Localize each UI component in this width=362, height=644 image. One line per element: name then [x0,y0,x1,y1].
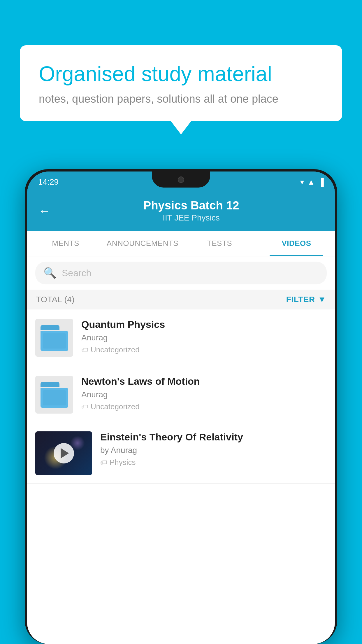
video-list: Quantum Physics Anurag 🏷 Uncategorized [27,309,335,644]
status-time: 14:29 [38,177,59,187]
video-title: Einstein's Theory Of Relativity [100,431,327,443]
tab-ments[interactable]: MENTS [27,231,104,256]
list-item[interactable]: Einstein's Theory Of Relativity by Anura… [27,423,335,484]
video-info-2: Newton's Laws of Motion Anurag 🏷 Uncateg… [81,376,327,411]
tag-label: Uncategorized [91,345,140,354]
speech-bubble: Organised study material notes, question… [20,45,342,121]
video-thumbnail-1 [35,319,73,357]
total-count: TOTAL (4) [36,295,75,304]
video-author: Anurag [81,390,327,399]
video-author: by Anurag [100,446,327,455]
video-tag: 🏷 Physics [100,458,327,467]
video-title: Newton's Laws of Motion [81,376,327,387]
tag-icon: 🏷 [81,346,88,354]
tab-videos[interactable]: VIDEOS [258,231,335,256]
speech-bubble-heading: Organised study material [39,61,323,86]
video-thumbnail-3 [35,431,92,475]
battery-icon: ▐ [319,178,324,187]
video-thumbnail-2 [35,376,73,414]
status-bar: 14:29 ▾ ▲ ▐ [27,172,335,192]
tag-icon: 🏷 [81,403,88,411]
video-info-1: Quantum Physics Anurag 🏷 Uncategorized [81,319,327,354]
phone-frame: 14:29 ▾ ▲ ▐ ← Physics Batch 12 IIT JE [25,169,337,644]
wifi-icon: ▾ [300,178,304,187]
tag-icon: 🏷 [100,459,107,467]
tag-label: Physics [110,458,136,467]
notch [152,172,210,188]
app-content: ← Physics Batch 12 IIT JEE Physics MENTS… [27,192,335,644]
signal-icon: ▲ [307,178,315,187]
filter-icon: ▼ [318,295,326,304]
camera-dot [178,176,184,183]
list-item[interactable]: Quantum Physics Anurag 🏷 Uncategorized [27,309,335,366]
status-icons: ▾ ▲ ▐ [300,178,324,187]
filter-bar: TOTAL (4) FILTER ▼ [27,290,335,309]
folder-icon [41,325,68,351]
search-icon: 🔍 [43,267,57,279]
list-item[interactable]: Newton's Laws of Motion Anurag 🏷 Uncateg… [27,366,335,423]
phone-inner: 14:29 ▾ ▲ ▐ ← Physics Batch 12 IIT JE [27,172,335,644]
screen-area: 14:29 ▾ ▲ ▐ ← Physics Batch 12 IIT JE [27,172,335,644]
filter-label: FILTER [286,295,315,304]
video-info-3: Einstein's Theory Of Relativity by Anura… [100,431,327,467]
play-icon [61,448,69,459]
tag-label: Uncategorized [91,402,140,411]
batch-title: Physics Batch 12 [59,199,324,212]
play-button[interactable] [54,443,74,463]
tab-tests[interactable]: TESTS [181,231,258,256]
filter-button[interactable]: FILTER ▼ [286,295,326,304]
video-tag: 🏷 Uncategorized [81,345,327,354]
app-header: ← Physics Batch 12 IIT JEE Physics [27,192,335,231]
search-placeholder: Search [62,268,91,279]
video-author: Anurag [81,333,327,342]
tab-bar: MENTS ANNOUNCEMENTS TESTS VIDEOS [27,231,335,256]
video-tag: 🏷 Uncategorized [81,402,327,411]
speech-bubble-subtext: notes, question papers, solutions all at… [39,93,323,105]
search-bar[interactable]: 🔍 Search [35,262,327,284]
header-title: Physics Batch 12 IIT JEE Physics [59,199,324,223]
video-title: Quantum Physics [81,319,327,330]
folder-icon [41,382,68,408]
back-button[interactable]: ← [38,204,50,218]
search-container: 🔍 Search [27,256,335,290]
tab-announcements[interactable]: ANNOUNCEMENTS [104,231,181,256]
speech-bubble-container: Organised study material notes, question… [20,45,342,121]
batch-subtitle: IIT JEE Physics [59,213,324,223]
